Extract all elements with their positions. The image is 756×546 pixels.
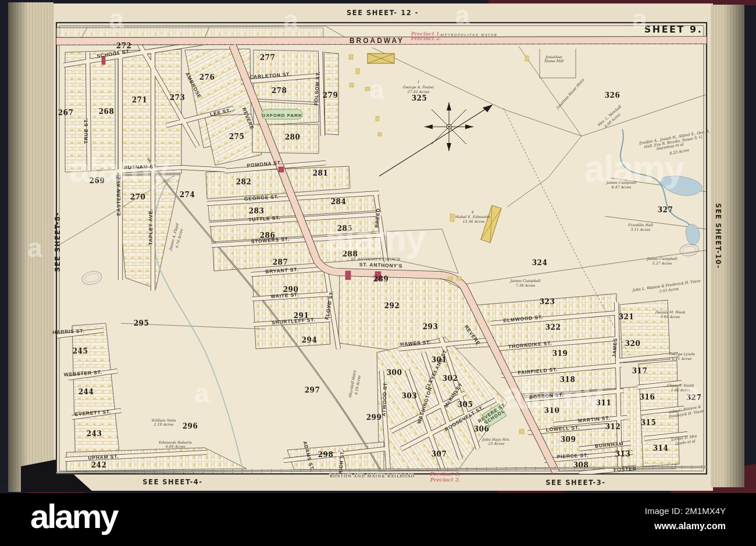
map-label: 23 Acres [488,441,505,445]
watermark-a: a [455,0,470,30]
block-325: 325 [412,94,427,102]
block-290: 290 [283,286,299,294]
block-242: 242 [91,461,107,469]
watermark-a: a [27,233,42,263]
precinct-2b-label: Precinct 2. [430,477,460,483]
watermark-a: a [632,3,647,34]
owner-campbell-3: James Campbell [509,279,541,283]
block-301: 301 [432,356,447,364]
see-sheet-3-label: SEE SHEET-3- [545,479,605,487]
block-274: 274 [180,191,195,199]
map-label: 3.02 Acres [660,315,680,319]
map-label: 3.11 Acres [630,227,651,231]
block-292: 292 [384,302,400,310]
block-284: 284 [331,198,347,206]
block-277: 277 [260,53,276,62]
watermark-alamy: alamy [584,148,685,190]
map-label: 27.42 Acres [407,90,430,94]
block-309: 309 [561,436,576,444]
map-label: 2.19 Acres [154,422,174,426]
block-320: 320 [625,340,641,348]
block-291: 291 [294,312,309,320]
block-245: 245 [73,347,88,355]
block-286: 286 [260,231,276,240]
block-270: 270 [130,193,146,201]
street-foster: FOSTER [614,466,637,473]
block-279: 279 [323,91,338,99]
block-326: 326 [605,91,621,99]
block-327: 327 [658,206,673,214]
block-283: 283 [249,207,265,215]
alamy-logo: alamy [30,497,119,535]
owner-foster: George A. Foster [402,85,434,90]
block-271: 271 [132,96,148,104]
street-true: TRUE ST. [83,118,89,144]
plot-1: 1 [417,80,419,84]
block-289: 289 [373,275,389,283]
see-sheet-4-label: SEE SHEET-4- [142,478,202,486]
precinct-3-label: Precinct 3. [430,471,460,477]
block-303: 303 [402,392,418,400]
block-273: 273 [170,94,186,102]
owner-franklin-hall: Franklin Hall [628,223,653,227]
owner-campbell-2: James Campbell [646,256,677,261]
map-label: 6.41 Acres [672,356,692,361]
owner-hook: Dennis M. Hook [655,310,686,314]
block-276: 276 [199,73,215,81]
block-324: 324 [532,259,548,267]
owner-edmunds: Mabel E. Edmunds [455,215,490,219]
block-294: 294 [302,336,318,344]
block-308: 308 [573,461,589,469]
block-298: 298 [318,451,334,459]
block-317: 317 [632,367,648,375]
block-321: 321 [619,313,634,321]
block-299: 299 [366,413,382,422]
block-316: 316 [640,393,655,401]
barn-building [368,53,394,63]
map-label: 13.36 Acres [462,219,485,223]
metropolitan-water-label: METROPOLITAN WATER [440,33,497,37]
block-323: 323 [540,298,555,306]
owner-lynde: George Lynde [669,352,695,356]
broadway-label: BROADWAY [350,37,404,45]
block-297: 297 [305,386,320,394]
block-302: 302 [443,374,458,383]
map-label: Stone Mill [544,59,564,63]
block-295: 295 [134,319,149,327]
watermark-a: a [684,378,700,408]
block-305: 305 [458,401,473,409]
block-267: 267 [58,109,74,117]
watermark-a: a [109,3,124,34]
block-312: 312 [605,423,621,431]
watermark-a: a [283,5,298,35]
see-sheet-12-label: SEE SHEET- 12 - [347,9,419,17]
precinct-2-label: Precinct 2. [411,35,441,41]
block-278: 278 [272,87,287,95]
see-sheet-8-label: SEE SHEET-8- [54,212,62,272]
owner-nute: William Nute [151,418,176,422]
watermark-a: a [194,378,209,408]
street-tapley: TAPLEY AVE. [148,209,154,245]
alamy-url: www.alamy.com [654,521,726,531]
block-322: 322 [545,323,561,331]
watermark-alamy: alamy [69,148,170,190]
map-label: 4.04 Acres [165,444,186,448]
block-315: 315 [641,419,657,427]
block-272: 272 [116,42,132,50]
block-293: 293 [423,323,438,331]
watermark-a: a [369,74,384,105]
alamy-stock-photo: SEE SHEET- 12 -SHEET 9.SEE SHEET-8-SEE S… [0,0,756,546]
block-307: 307 [432,450,447,458]
block-275: 275 [229,133,245,141]
block-268: 268 [99,108,115,116]
block-306: 306 [474,425,490,433]
image-id: Image ID: 2M1MX4Y [645,506,726,516]
watermark-alamy: alamy [325,217,426,259]
watermark-alamy: alamy [502,374,604,416]
block-319: 319 [552,349,568,358]
block-314: 314 [653,444,669,452]
block-244: 244 [79,388,94,396]
see-sheet-10-label: SEE SHEET-10- [714,204,722,269]
block-300: 300 [387,369,402,377]
block-296: 296 [183,422,198,430]
